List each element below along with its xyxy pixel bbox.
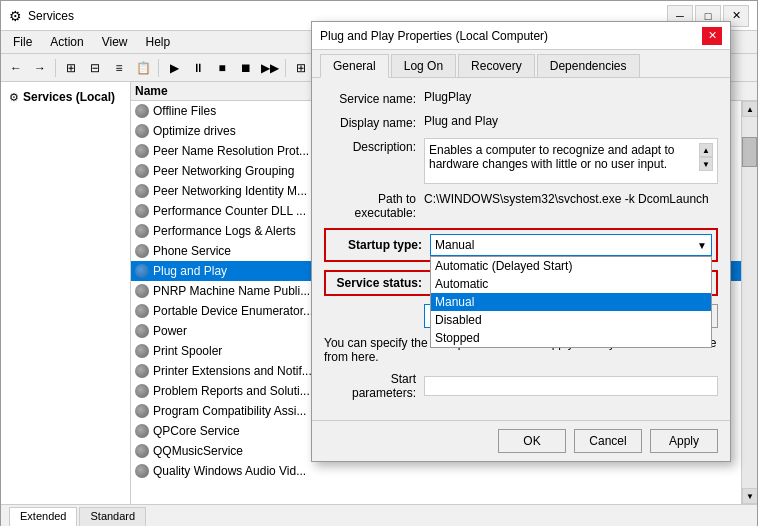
tab-dependencies[interactable]: Dependencies <box>537 54 640 77</box>
service-name: Peer Networking Identity M... <box>153 184 307 198</box>
cancel-button[interactable]: Cancel <box>574 429 642 453</box>
list-scrollbar[interactable]: ▲ ▼ <box>741 101 757 504</box>
description-text: Enables a computer to recognize and adap… <box>429 143 697 171</box>
tab-standard[interactable]: Standard <box>79 507 146 526</box>
service-icon <box>135 164 149 178</box>
tab-general[interactable]: General <box>320 54 389 78</box>
scroll-up-button[interactable]: ▲ <box>742 101 757 117</box>
option-automatic-delayed[interactable]: Automatic (Delayed Start) <box>431 257 711 275</box>
start-params-input[interactable] <box>424 376 718 396</box>
play-button[interactable]: ▶ <box>163 57 185 79</box>
list-item[interactable]: Quality Windows Audio Vid... <box>131 461 741 481</box>
service-name: Peer Networking Grouping <box>153 164 294 178</box>
menu-help[interactable]: Help <box>138 33 179 51</box>
service-name: Performance Counter DLL ... <box>153 204 306 218</box>
forward-button[interactable]: → <box>29 57 51 79</box>
menu-action[interactable]: Action <box>42 33 91 51</box>
start-params-row: Start parameters: <box>324 372 718 400</box>
pause-toolbar-button[interactable]: ⏸ <box>187 57 209 79</box>
service-name: Phone Service <box>153 244 231 258</box>
service-name: QQMusicService <box>153 444 243 458</box>
services-local-icon: ⚙ <box>9 91 19 104</box>
apply-button[interactable]: Apply <box>650 429 718 453</box>
service-icon <box>135 204 149 218</box>
list-button[interactable]: ≡ <box>108 57 130 79</box>
service-name: Power <box>153 324 187 338</box>
dialog-title-bar: Plug and Play Properties (Local Computer… <box>312 22 730 50</box>
scroll-thumb[interactable] <box>742 137 757 167</box>
service-name: Problem Reports and Soluti... <box>153 384 310 398</box>
services-local-label[interactable]: Services (Local) <box>23 90 115 104</box>
service-icon <box>135 264 149 278</box>
service-icon <box>135 444 149 458</box>
dialog-tabs: General Log On Recovery Dependencies <box>312 50 730 78</box>
service-name-label: Service name: <box>324 90 424 106</box>
service-name: Performance Logs & Alerts <box>153 224 296 238</box>
startup-type-dropdown[interactable]: Manual ▼ Automatic (Delayed Start) Autom… <box>430 234 712 256</box>
startup-type-label: Startup type: <box>330 238 430 252</box>
back-button[interactable]: ← <box>5 57 27 79</box>
service-icon <box>135 284 149 298</box>
toolbar-separator-2 <box>158 59 159 77</box>
option-disabled[interactable]: Disabled <box>431 311 711 329</box>
dialog-footer: OK Cancel Apply <box>312 420 730 461</box>
ok-button[interactable]: OK <box>498 429 566 453</box>
dialog-content: Service name: PlugPlay Display name: Plu… <box>312 78 730 420</box>
tab-logon[interactable]: Log On <box>391 54 456 77</box>
display-name-row: Display name: Plug and Play <box>324 114 718 130</box>
startup-dropdown-list: Automatic (Delayed Start) Automatic Manu… <box>430 256 712 348</box>
dropdown-header[interactable]: Manual ▼ <box>430 234 712 256</box>
tab-extended[interactable]: Extended <box>9 507 77 526</box>
service-name: QPCore Service <box>153 424 240 438</box>
export-button[interactable]: 📋 <box>132 57 154 79</box>
tab-recovery[interactable]: Recovery <box>458 54 535 77</box>
step-button[interactable]: ▶▶ <box>259 57 281 79</box>
scroll-track[interactable] <box>742 117 757 488</box>
dialog-close-button[interactable]: ✕ <box>702 27 722 45</box>
service-name-row: Service name: PlugPlay <box>324 90 718 106</box>
service-icon <box>135 344 149 358</box>
desc-scroll-down[interactable]: ▼ <box>699 157 713 171</box>
left-panel: ⚙ Services (Local) <box>1 82 131 504</box>
option-manual[interactable]: Manual <box>431 293 711 311</box>
menu-file[interactable]: File <box>5 33 40 51</box>
start-params-label: Start parameters: <box>324 372 424 400</box>
dropdown-selected-value: Manual <box>435 238 697 252</box>
services-window: ⚙ Services ─ □ ✕ File Action View Help ←… <box>0 0 758 526</box>
service-name: Portable Device Enumerator... <box>153 304 313 318</box>
option-automatic[interactable]: Automatic <box>431 275 711 293</box>
service-name: Peer Name Resolution Prot... <box>153 144 309 158</box>
desc-scrollbar: ▲ ▼ <box>699 143 713 171</box>
restart-button[interactable]: ⏹ <box>235 57 257 79</box>
service-status-label: Service status: <box>330 276 430 290</box>
stop-toolbar-button[interactable]: ■ <box>211 57 233 79</box>
service-icon <box>135 124 149 138</box>
service-name: PNRP Machine Name Publi... <box>153 284 310 298</box>
tab-bar-bottom: Extended Standard <box>1 504 757 526</box>
service-icon <box>135 144 149 158</box>
properties-button[interactable]: ⊞ <box>290 57 312 79</box>
properties-dialog: Plug and Play Properties (Local Computer… <box>311 21 731 462</box>
service-icon <box>135 424 149 438</box>
description-scroll: Enables a computer to recognize and adap… <box>429 143 713 171</box>
dropdown-arrow-icon: ▼ <box>697 240 707 251</box>
service-icon <box>135 224 149 238</box>
service-icon <box>135 104 149 118</box>
dialog-title: Plug and Play Properties (Local Computer… <box>320 29 702 43</box>
scroll-down-button[interactable]: ▼ <box>742 488 757 504</box>
service-icon <box>135 464 149 478</box>
service-name: Plug and Play <box>153 264 227 278</box>
path-row: Path to executable: C:\WINDOWS\system32\… <box>324 192 718 220</box>
collapse-button[interactable]: ⊟ <box>84 57 106 79</box>
show-hide-button[interactable]: ⊞ <box>60 57 82 79</box>
toolbar-separator-3 <box>285 59 286 77</box>
service-icon <box>135 244 149 258</box>
description-label: Description: <box>324 138 424 154</box>
menu-view[interactable]: View <box>94 33 136 51</box>
service-icon <box>135 384 149 398</box>
window-icon: ⚙ <box>9 8 22 24</box>
toolbar-separator <box>55 59 56 77</box>
desc-scroll-up[interactable]: ▲ <box>699 143 713 157</box>
description-field: Enables a computer to recognize and adap… <box>424 138 718 184</box>
option-stopped[interactable]: Stopped <box>431 329 711 347</box>
